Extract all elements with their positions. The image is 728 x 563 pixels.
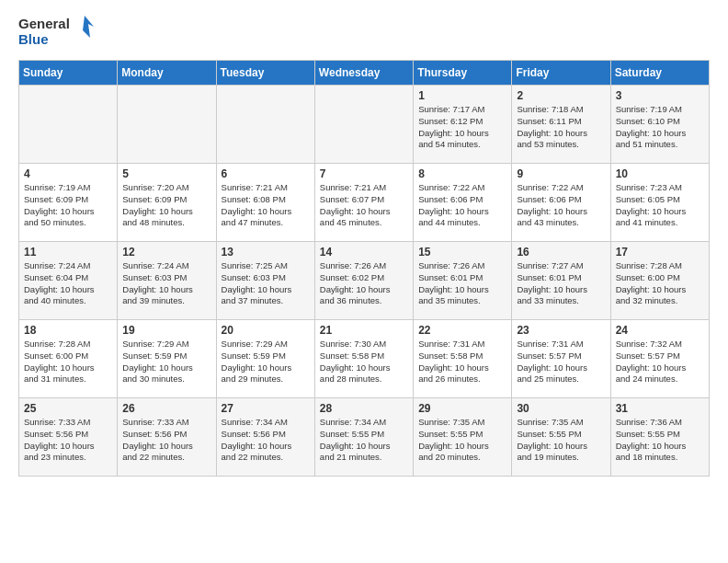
- day-number: 19: [122, 324, 210, 337]
- calendar-cell: 24Sunrise: 7:32 AM Sunset: 5:57 PM Dayli…: [610, 320, 709, 398]
- day-number: 13: [222, 246, 310, 259]
- calendar-cell: 23Sunrise: 7:31 AM Sunset: 5:57 PM Dayli…: [512, 320, 610, 398]
- day-number: 12: [122, 246, 210, 259]
- svg-marker-2: [83, 16, 94, 38]
- calendar-cell: 10Sunrise: 7:23 AM Sunset: 6:05 PM Dayli…: [610, 164, 709, 242]
- day-number: 1: [418, 89, 506, 102]
- calendar-cell: [314, 86, 413, 164]
- day-number: 5: [122, 167, 210, 180]
- day-number: 10: [616, 167, 704, 180]
- day-number: 16: [517, 246, 605, 259]
- calendar-cell: 6Sunrise: 7:21 AM Sunset: 6:08 PM Daylig…: [216, 164, 314, 242]
- day-number: 27: [222, 402, 310, 415]
- day-info: Sunrise: 7:26 AM Sunset: 6:01 PM Dayligh…: [418, 260, 506, 307]
- calendar-cell: [216, 86, 314, 164]
- day-info: Sunrise: 7:19 AM Sunset: 6:09 PM Dayligh…: [24, 182, 112, 229]
- calendar-cell: 17Sunrise: 7:28 AM Sunset: 6:00 PM Dayli…: [610, 242, 709, 320]
- day-info: Sunrise: 7:31 AM Sunset: 5:57 PM Dayligh…: [517, 339, 605, 385]
- day-info: Sunrise: 7:27 AM Sunset: 6:01 PM Dayligh…: [517, 260, 605, 307]
- weekday-header-tuesday: Tuesday: [216, 61, 314, 86]
- day-number: 30: [517, 402, 605, 415]
- calendar-cell: 9Sunrise: 7:22 AM Sunset: 6:06 PM Daylig…: [512, 164, 610, 242]
- day-info: Sunrise: 7:30 AM Sunset: 5:58 PM Dayligh…: [320, 339, 408, 385]
- calendar-cell: [19, 86, 118, 164]
- day-info: Sunrise: 7:29 AM Sunset: 5:59 PM Dayligh…: [122, 339, 210, 385]
- day-info: Sunrise: 7:21 AM Sunset: 6:08 PM Dayligh…: [222, 182, 310, 229]
- day-info: Sunrise: 7:22 AM Sunset: 6:06 PM Dayligh…: [418, 182, 506, 229]
- day-info: Sunrise: 7:36 AM Sunset: 5:55 PM Dayligh…: [616, 417, 704, 464]
- calendar-cell: 16Sunrise: 7:27 AM Sunset: 6:01 PM Dayli…: [512, 242, 610, 320]
- calendar-cell: 12Sunrise: 7:24 AM Sunset: 6:03 PM Dayli…: [118, 242, 216, 320]
- calendar-cell: 29Sunrise: 7:35 AM Sunset: 5:55 PM Dayli…: [414, 398, 512, 477]
- day-info: Sunrise: 7:31 AM Sunset: 5:58 PM Dayligh…: [418, 339, 506, 385]
- calendar-cell: 14Sunrise: 7:26 AM Sunset: 6:02 PM Dayli…: [314, 242, 413, 320]
- weekday-header-monday: Monday: [118, 61, 216, 86]
- day-info: Sunrise: 7:35 AM Sunset: 5:55 PM Dayligh…: [517, 417, 605, 464]
- weekday-header-thursday: Thursday: [414, 61, 512, 86]
- day-number: 18: [24, 324, 112, 337]
- day-info: Sunrise: 7:33 AM Sunset: 5:56 PM Dayligh…: [122, 417, 210, 464]
- day-info: Sunrise: 7:19 AM Sunset: 6:10 PM Dayligh…: [616, 104, 704, 151]
- day-info: Sunrise: 7:28 AM Sunset: 6:00 PM Dayligh…: [616, 260, 704, 307]
- calendar-cell: 1Sunrise: 7:17 AM Sunset: 6:12 PM Daylig…: [414, 86, 512, 164]
- day-info: Sunrise: 7:25 AM Sunset: 6:03 PM Dayligh…: [222, 260, 310, 307]
- calendar-week-row: 25Sunrise: 7:33 AM Sunset: 5:56 PM Dayli…: [19, 398, 710, 477]
- calendar-body: 1Sunrise: 7:17 AM Sunset: 6:12 PM Daylig…: [19, 86, 710, 477]
- calendar-cell: 18Sunrise: 7:28 AM Sunset: 6:00 PM Dayli…: [19, 320, 118, 398]
- calendar-cell: 28Sunrise: 7:34 AM Sunset: 5:55 PM Dayli…: [314, 398, 413, 477]
- calendar-cell: [118, 86, 216, 164]
- calendar-cell: 15Sunrise: 7:26 AM Sunset: 6:01 PM Dayli…: [414, 242, 512, 320]
- calendar-cell: 4Sunrise: 7:19 AM Sunset: 6:09 PM Daylig…: [19, 164, 118, 242]
- day-number: 28: [320, 402, 408, 415]
- logo-svg: GeneralBlue: [18, 14, 101, 51]
- calendar-cell: 5Sunrise: 7:20 AM Sunset: 6:09 PM Daylig…: [118, 164, 216, 242]
- day-info: Sunrise: 7:32 AM Sunset: 5:57 PM Dayligh…: [616, 339, 704, 385]
- day-number: 4: [24, 167, 112, 180]
- day-number: 22: [418, 324, 506, 337]
- day-info: Sunrise: 7:17 AM Sunset: 6:12 PM Dayligh…: [418, 104, 506, 151]
- calendar-cell: 13Sunrise: 7:25 AM Sunset: 6:03 PM Dayli…: [216, 242, 314, 320]
- day-info: Sunrise: 7:34 AM Sunset: 5:55 PM Dayligh…: [320, 417, 408, 464]
- day-number: 2: [517, 89, 605, 102]
- calendar-week-row: 11Sunrise: 7:24 AM Sunset: 6:04 PM Dayli…: [19, 242, 710, 320]
- calendar-cell: 21Sunrise: 7:30 AM Sunset: 5:58 PM Dayli…: [314, 320, 413, 398]
- weekday-header-saturday: Saturday: [610, 61, 709, 86]
- svg-text:Blue: Blue: [18, 31, 49, 47]
- day-number: 23: [517, 324, 605, 337]
- day-info: Sunrise: 7:29 AM Sunset: 5:59 PM Dayligh…: [222, 339, 310, 385]
- weekday-header-friday: Friday: [512, 61, 610, 86]
- calendar-header: SundayMondayTuesdayWednesdayThursdayFrid…: [19, 61, 710, 86]
- svg-text:General: General: [18, 16, 70, 31]
- day-info: Sunrise: 7:33 AM Sunset: 5:56 PM Dayligh…: [24, 417, 112, 464]
- day-number: 6: [222, 167, 310, 180]
- weekday-header-sunday: Sunday: [19, 61, 118, 86]
- day-number: 9: [517, 167, 605, 180]
- day-number: 26: [122, 402, 210, 415]
- calendar-cell: 20Sunrise: 7:29 AM Sunset: 5:59 PM Dayli…: [216, 320, 314, 398]
- day-info: Sunrise: 7:20 AM Sunset: 6:09 PM Dayligh…: [122, 182, 210, 229]
- weekday-header-wednesday: Wednesday: [314, 61, 413, 86]
- day-info: Sunrise: 7:26 AM Sunset: 6:02 PM Dayligh…: [320, 260, 408, 307]
- day-number: 31: [616, 402, 704, 415]
- day-info: Sunrise: 7:18 AM Sunset: 6:11 PM Dayligh…: [517, 104, 605, 151]
- calendar-cell: 7Sunrise: 7:21 AM Sunset: 6:07 PM Daylig…: [314, 164, 413, 242]
- calendar-cell: 8Sunrise: 7:22 AM Sunset: 6:06 PM Daylig…: [414, 164, 512, 242]
- day-number: 11: [24, 246, 112, 259]
- day-info: Sunrise: 7:24 AM Sunset: 6:04 PM Dayligh…: [24, 260, 112, 307]
- day-info: Sunrise: 7:21 AM Sunset: 6:07 PM Dayligh…: [320, 182, 408, 229]
- day-number: 7: [320, 167, 408, 180]
- day-number: 17: [616, 246, 704, 259]
- day-number: 20: [222, 324, 310, 337]
- page-header: GeneralBlue: [18, 14, 710, 51]
- day-info: Sunrise: 7:28 AM Sunset: 6:00 PM Dayligh…: [24, 339, 112, 385]
- day-info: Sunrise: 7:34 AM Sunset: 5:56 PM Dayligh…: [222, 417, 310, 464]
- calendar-week-row: 18Sunrise: 7:28 AM Sunset: 6:00 PM Dayli…: [19, 320, 710, 398]
- day-info: Sunrise: 7:23 AM Sunset: 6:05 PM Dayligh…: [616, 182, 704, 229]
- day-number: 8: [418, 167, 506, 180]
- day-number: 25: [24, 402, 112, 415]
- calendar-cell: 2Sunrise: 7:18 AM Sunset: 6:11 PM Daylig…: [512, 86, 610, 164]
- day-number: 24: [616, 324, 704, 337]
- calendar-week-row: 1Sunrise: 7:17 AM Sunset: 6:12 PM Daylig…: [19, 86, 710, 164]
- calendar-cell: 27Sunrise: 7:34 AM Sunset: 5:56 PM Dayli…: [216, 398, 314, 477]
- day-number: 29: [418, 402, 506, 415]
